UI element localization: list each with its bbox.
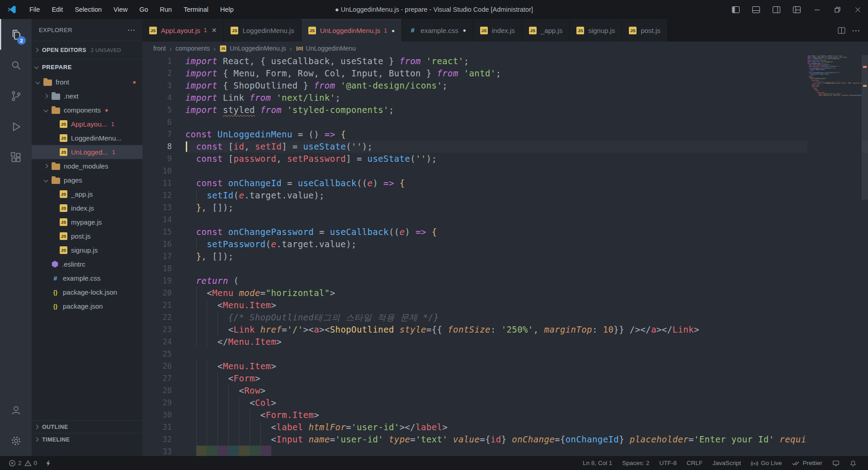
indentation-setting[interactable]: Spaces: 2 bbox=[617, 456, 654, 470]
line-number-21[interactable]: 21 bbox=[142, 299, 185, 311]
editor-more-actions-icon[interactable]: ⋯ bbox=[852, 25, 861, 36]
line-number-33[interactable]: 33 bbox=[142, 446, 185, 456]
code-line-22[interactable]: {/* ShopOutlined태그의 스타일 적용 문제 */} bbox=[185, 311, 868, 324]
vertical-scrollbar[interactable] bbox=[862, 55, 868, 456]
minimize-icon[interactable] bbox=[807, 0, 827, 19]
encoding-setting[interactable]: UTF-8 bbox=[654, 456, 681, 470]
zap-indicator[interactable] bbox=[41, 456, 56, 470]
code-line-27[interactable]: <Form> bbox=[185, 372, 868, 385]
tree-item-post-js[interactable]: JSpost.js bbox=[32, 229, 142, 243]
tree-item-package-lock-json[interactable]: {}package-lock.json bbox=[32, 285, 142, 299]
tree-item-front[interactable]: front● bbox=[32, 75, 142, 89]
line-number-14[interactable]: 14 bbox=[142, 214, 185, 226]
outline-section[interactable]: OUTLINE bbox=[32, 420, 142, 433]
line-number-22[interactable]: 22 bbox=[142, 311, 185, 324]
layout-sidebar-right-icon[interactable] bbox=[766, 0, 787, 19]
tab-loggedinmenu-js[interactable]: JSLoggedinMenu.js bbox=[224, 19, 301, 42]
line-number-26[interactable]: 26 bbox=[142, 360, 185, 372]
line-number-6[interactable]: 6 bbox=[142, 116, 185, 128]
activity-search[interactable] bbox=[0, 50, 32, 80]
line-number-1[interactable]: 1 bbox=[142, 55, 185, 67]
line-number-30[interactable]: 30 bbox=[142, 409, 185, 421]
code-line-21[interactable]: <Menu.Item> bbox=[185, 299, 868, 311]
line-number-15[interactable]: 15 bbox=[142, 226, 185, 238]
tab-signup-js[interactable]: JSsignup.js bbox=[570, 19, 622, 42]
line-number-8[interactable]: 8 bbox=[142, 141, 185, 153]
code-line-16[interactable]: setPassword(e.target.value); bbox=[185, 238, 868, 250]
code-line-7[interactable]: const UnLoggedinMenu = () => { bbox=[185, 128, 868, 141]
code-line-29[interactable]: <Col> bbox=[185, 397, 868, 409]
breadcrumb-item-unloggedinmenu-js[interactable]: JSUnLoggedinMenu.js bbox=[219, 45, 286, 52]
language-mode[interactable]: JavaScript bbox=[708, 456, 746, 470]
go-live-button[interactable]: Go Live bbox=[746, 456, 787, 470]
line-number-18[interactable]: 18 bbox=[142, 263, 185, 275]
editor[interactable]: 1234567891011121314151617181920212223242… bbox=[142, 55, 868, 456]
activity-explorer[interactable]: 2 bbox=[0, 19, 32, 50]
line-number-11[interactable]: 11 bbox=[142, 177, 185, 189]
breadcrumb-item-unloggedinmenu[interactable]: [@]UnLoggedinMenu bbox=[296, 45, 356, 52]
code-line-31[interactable]: <label htmlFor='user-id'></label> bbox=[185, 421, 868, 433]
line-number-19[interactable]: 19 bbox=[142, 275, 185, 287]
tab-applayout-js[interactable]: JSAppLayout.js1✕ bbox=[142, 19, 224, 42]
line-number-29[interactable]: 29 bbox=[142, 397, 185, 409]
tree-item-components[interactable]: components● bbox=[32, 103, 142, 117]
code-line-18[interactable] bbox=[185, 263, 868, 275]
close-icon[interactable]: ✕ bbox=[212, 27, 217, 34]
tree-item-index-js[interactable]: JSindex.js bbox=[32, 201, 142, 215]
code-line-17[interactable]: }, []); bbox=[185, 250, 868, 263]
tree-item-app-js[interactable]: JS_app.js bbox=[32, 187, 142, 201]
line-number-10[interactable]: 10 bbox=[142, 165, 185, 177]
minimap[interactable]: import React, { useCallback, useState } … bbox=[807, 55, 862, 456]
activity-extensions[interactable] bbox=[0, 142, 32, 173]
code-line-9[interactable]: const [password, setPassword] = useState… bbox=[185, 153, 868, 165]
line-number-9[interactable]: 9 bbox=[142, 153, 185, 165]
cursor-position[interactable]: Ln 8, Col 1 bbox=[578, 456, 617, 470]
tab-example-css[interactable]: #example.css● bbox=[402, 19, 473, 42]
line-number-3[interactable]: 3 bbox=[142, 80, 185, 92]
line-number-13[interactable]: 13 bbox=[142, 202, 185, 214]
eol-setting[interactable]: CRLF bbox=[682, 456, 708, 470]
prettier-status[interactable]: Prettier bbox=[787, 456, 827, 470]
tree-item-signup-js[interactable]: JSsignup.js bbox=[32, 243, 142, 257]
line-number-27[interactable]: 27 bbox=[142, 372, 185, 385]
line-number-5[interactable]: 5 bbox=[142, 104, 185, 116]
menu-selection[interactable]: Selection bbox=[69, 0, 108, 19]
code-line-19[interactable]: return ( bbox=[185, 275, 868, 287]
menu-edit[interactable]: Edit bbox=[46, 0, 69, 19]
code-line-5[interactable]: import styled from 'styled-components'; bbox=[185, 104, 868, 116]
tree-item-mypage-js[interactable]: JSmypage.js bbox=[32, 215, 142, 229]
split-editor-icon[interactable] bbox=[838, 27, 845, 34]
tree-item-unlogged[interactable]: JSUnLogged...1 bbox=[32, 145, 142, 159]
line-number-25[interactable]: 25 bbox=[142, 348, 185, 360]
line-number-12[interactable]: 12 bbox=[142, 189, 185, 202]
activity-run-debug[interactable] bbox=[0, 111, 32, 142]
menu-view[interactable]: View bbox=[108, 0, 133, 19]
code-line-14[interactable] bbox=[185, 214, 868, 226]
code-line-4[interactable]: import Link from 'next/link'; bbox=[185, 92, 868, 104]
timeline-section[interactable]: TIMELINE bbox=[32, 433, 142, 446]
layout-sidebar-left-icon[interactable] bbox=[726, 0, 746, 19]
code-line-6[interactable] bbox=[185, 116, 868, 128]
code-line-3[interactable]: import { ShopOutlined } from '@ant-desig… bbox=[185, 80, 868, 92]
tree-item-loggedinmenu[interactable]: JSLoggedinMenu... bbox=[32, 131, 142, 145]
line-number-7[interactable]: 7 bbox=[142, 128, 185, 141]
code-line-12[interactable]: setId(e.target.value); bbox=[185, 189, 868, 202]
code-content[interactable]: import React, { useCallback, useState } … bbox=[185, 55, 868, 456]
scrollbar-thumb[interactable] bbox=[862, 55, 868, 200]
activity-accounts[interactable] bbox=[0, 395, 32, 425]
code-line-15[interactable]: const onChangePassword = useCallback((e)… bbox=[185, 226, 868, 238]
close-icon[interactable] bbox=[848, 0, 868, 19]
customize-layout-icon[interactable] bbox=[787, 0, 807, 19]
code-line-30[interactable]: <Form.Item> bbox=[185, 409, 868, 421]
line-number-23[interactable]: 23 bbox=[142, 324, 185, 336]
open-editors-header[interactable]: OPEN EDITORS 2 UNSAVED bbox=[32, 41, 142, 59]
tree-item-example-css[interactable]: #example.css bbox=[32, 271, 142, 285]
code-line-25[interactable] bbox=[185, 348, 868, 360]
line-number-2[interactable]: 2 bbox=[142, 67, 185, 80]
tab-unloggedinmenu-js[interactable]: JSUnLoggedinMenu.js1● bbox=[302, 19, 402, 42]
code-line-24[interactable]: </Menu.Item> bbox=[185, 336, 868, 348]
tree-item-pages[interactable]: pages bbox=[32, 173, 142, 187]
code-line-20[interactable]: <Menu mode="horizontal"> bbox=[185, 287, 868, 299]
code-line-1[interactable]: import React, { useCallback, useState } … bbox=[185, 55, 868, 67]
line-number-gutter[interactable]: 1234567891011121314151617181920212223242… bbox=[142, 55, 185, 456]
